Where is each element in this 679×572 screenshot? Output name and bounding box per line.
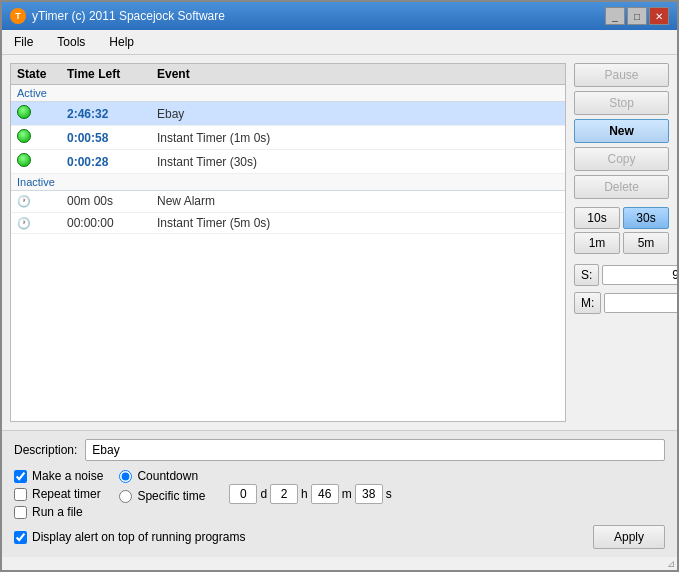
status-icon-active-1 bbox=[17, 129, 67, 146]
days-input[interactable] bbox=[229, 484, 257, 504]
s-row: S: bbox=[574, 264, 669, 286]
event-name-1: Instant Timer (1m 0s) bbox=[157, 131, 559, 145]
checkboxes-group: Make a noise Repeat timer Run a file bbox=[14, 469, 103, 519]
right-panel: Pause Stop New Copy Delete 10s 30s 1m 5m… bbox=[574, 63, 669, 422]
col-event: Event bbox=[157, 67, 559, 81]
description-label: Description: bbox=[14, 443, 77, 457]
display-alert-checkbox[interactable] bbox=[14, 531, 27, 544]
timer-type-group: Countdown Specific time bbox=[119, 469, 205, 519]
specific-time-label: Specific time bbox=[137, 489, 205, 503]
hours-input[interactable] bbox=[270, 484, 298, 504]
run-file-label: Run a file bbox=[32, 505, 83, 519]
minimize-button[interactable]: _ bbox=[605, 7, 625, 25]
menu-tools[interactable]: Tools bbox=[53, 33, 89, 51]
5m-button[interactable]: 5m bbox=[623, 232, 669, 254]
countdown-radio[interactable] bbox=[119, 470, 132, 483]
event-name-3: New Alarm bbox=[157, 194, 559, 208]
m-label: M: bbox=[574, 292, 601, 314]
event-name-2: Instant Timer (30s) bbox=[157, 155, 559, 169]
time-value-4: 00:00:00 bbox=[67, 216, 157, 230]
table-row[interactable]: 🕐 00m 00s New Alarm bbox=[11, 191, 565, 213]
s-value-input[interactable] bbox=[602, 265, 677, 285]
make-noise-label: Make a noise bbox=[32, 469, 103, 483]
table-header: State Time Left Event bbox=[11, 64, 565, 85]
menu-file[interactable]: File bbox=[10, 33, 37, 51]
event-name-4: Instant Timer (5m 0s) bbox=[157, 216, 559, 230]
apply-button[interactable]: Apply bbox=[593, 525, 665, 549]
stop-button[interactable]: Stop bbox=[574, 91, 669, 115]
maximize-button[interactable]: □ bbox=[627, 7, 647, 25]
pause-button[interactable]: Pause bbox=[574, 63, 669, 87]
make-noise-row[interactable]: Make a noise bbox=[14, 469, 103, 483]
make-noise-checkbox[interactable] bbox=[14, 470, 27, 483]
main-content: State Time Left Event Active 2:46:32 Eba… bbox=[2, 55, 677, 430]
time-value-2: 0:00:28 bbox=[67, 155, 157, 169]
minutes-label: m bbox=[342, 487, 352, 501]
menu-help[interactable]: Help bbox=[105, 33, 138, 51]
10s-button[interactable]: 10s bbox=[574, 207, 620, 229]
specific-time-row[interactable]: Specific time bbox=[119, 489, 205, 503]
close-button[interactable]: ✕ bbox=[649, 7, 669, 25]
delete-button[interactable]: Delete bbox=[574, 175, 669, 199]
table-row[interactable]: 2:46:32 Ebay bbox=[11, 102, 565, 126]
table-row[interactable]: 🕐 00:00:00 Instant Timer (5m 0s) bbox=[11, 213, 565, 235]
repeat-timer-row[interactable]: Repeat timer bbox=[14, 487, 103, 501]
main-window: T yTimer (c) 2011 Spacejock Software _ □… bbox=[0, 0, 679, 572]
time-buttons-group: 10s 30s 1m 5m bbox=[574, 207, 669, 254]
seconds-input[interactable] bbox=[355, 484, 383, 504]
event-name-0: Ebay bbox=[157, 107, 559, 121]
30s-button[interactable]: 30s bbox=[623, 207, 669, 229]
group-inactive: Inactive bbox=[11, 174, 565, 191]
timer-table: State Time Left Event Active 2:46:32 Eba… bbox=[10, 63, 566, 422]
description-input[interactable] bbox=[85, 439, 665, 461]
specific-time-radio[interactable] bbox=[119, 490, 132, 503]
repeat-timer-checkbox[interactable] bbox=[14, 488, 27, 501]
run-file-checkbox[interactable] bbox=[14, 506, 27, 519]
countdown-values: d h m s bbox=[229, 469, 391, 519]
options-row: Make a noise Repeat timer Run a file Cou… bbox=[14, 469, 665, 519]
status-icon-active-0 bbox=[17, 105, 67, 122]
countdown-label: Countdown bbox=[137, 469, 198, 483]
display-alert-label: Display alert on top of running programs bbox=[32, 530, 245, 544]
1m-button[interactable]: 1m bbox=[574, 232, 620, 254]
seconds-label: s bbox=[386, 487, 392, 501]
window-title: yTimer (c) 2011 Spacejock Software bbox=[32, 9, 225, 23]
description-row: Description: bbox=[14, 439, 665, 461]
days-label: d bbox=[260, 487, 267, 501]
m-row: M: bbox=[574, 292, 669, 314]
display-alert-row[interactable]: Display alert on top of running programs bbox=[14, 530, 245, 544]
app-icon: T bbox=[10, 8, 26, 24]
time-value-0: 2:46:32 bbox=[67, 107, 157, 121]
title-buttons: _ □ ✕ bbox=[605, 7, 669, 25]
group-active: Active bbox=[11, 85, 565, 102]
title-bar-left: T yTimer (c) 2011 Spacejock Software bbox=[10, 8, 225, 24]
status-icon-inactive-1: 🕐 bbox=[17, 216, 67, 231]
bottom-row: Display alert on top of running programs… bbox=[14, 525, 665, 549]
table-row[interactable]: 0:00:28 Instant Timer (30s) bbox=[11, 150, 565, 174]
time-value-1: 0:00:58 bbox=[67, 131, 157, 145]
col-time-left: Time Left bbox=[67, 67, 157, 81]
copy-button[interactable]: Copy bbox=[574, 147, 669, 171]
time-value-3: 00m 00s bbox=[67, 194, 157, 208]
menu-bar: File Tools Help bbox=[2, 30, 677, 55]
title-bar: T yTimer (c) 2011 Spacejock Software _ □… bbox=[2, 2, 677, 30]
col-state: State bbox=[17, 67, 67, 81]
status-icon-inactive-0: 🕐 bbox=[17, 194, 67, 209]
bottom-panel: Description: Make a noise Repeat timer R… bbox=[2, 430, 677, 557]
new-button[interactable]: New bbox=[574, 119, 669, 143]
s-label: S: bbox=[574, 264, 599, 286]
table-row[interactable]: 0:00:58 Instant Timer (1m 0s) bbox=[11, 126, 565, 150]
run-file-row[interactable]: Run a file bbox=[14, 505, 103, 519]
resize-handle: ⊿ bbox=[2, 557, 677, 570]
m-value-input[interactable] bbox=[604, 293, 677, 313]
minutes-input[interactable] bbox=[311, 484, 339, 504]
hours-label: h bbox=[301, 487, 308, 501]
repeat-timer-label: Repeat timer bbox=[32, 487, 101, 501]
status-icon-active-2 bbox=[17, 153, 67, 170]
countdown-row[interactable]: Countdown bbox=[119, 469, 205, 483]
left-panel: State Time Left Event Active 2:46:32 Eba… bbox=[10, 63, 566, 422]
